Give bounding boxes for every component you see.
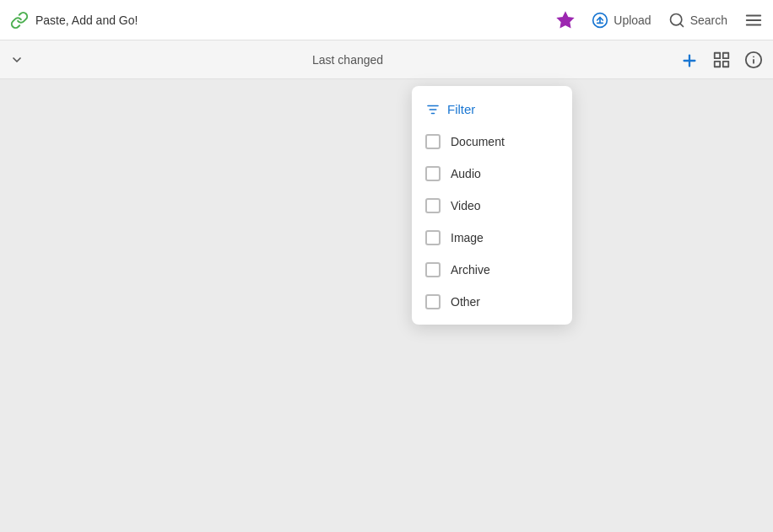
filter-label-video: Video bbox=[451, 199, 481, 212]
toolbar-left: Paste, Add and Go! bbox=[10, 10, 543, 30]
sub-toolbar-right bbox=[680, 49, 763, 71]
checkbox-video[interactable] bbox=[425, 198, 441, 213]
sub-toolbar-left bbox=[10, 52, 24, 67]
main-toolbar: Paste, Add and Go! Upload bbox=[0, 0, 773, 40]
filter-label-image: Image bbox=[451, 231, 484, 245]
toolbar-right: Upload Search bbox=[556, 11, 763, 30]
filter-item-audio[interactable]: Audio bbox=[412, 158, 572, 190]
add-button[interactable] bbox=[680, 49, 699, 71]
svg-rect-14 bbox=[715, 61, 720, 66]
info-icon[interactable] bbox=[744, 51, 763, 69]
last-changed-label: Last changed bbox=[312, 53, 383, 67]
filter-header: Filter bbox=[412, 93, 572, 126]
svg-rect-12 bbox=[723, 52, 728, 57]
filter-label-archive: Archive bbox=[451, 263, 490, 277]
filter-item-other[interactable]: Other bbox=[412, 286, 572, 318]
filter-item-document[interactable]: Document bbox=[412, 126, 572, 158]
filter-item-image[interactable]: Image bbox=[412, 222, 572, 254]
svg-marker-0 bbox=[558, 12, 573, 26]
search-button[interactable]: Search bbox=[668, 12, 727, 29]
upload-icon bbox=[592, 12, 608, 29]
filter-item-video[interactable]: Video bbox=[412, 190, 572, 222]
link-icon bbox=[10, 10, 29, 30]
checkbox-other[interactable] bbox=[425, 294, 441, 309]
filter-item-archive[interactable]: Archive bbox=[412, 254, 572, 286]
checkbox-archive[interactable] bbox=[425, 262, 441, 277]
search-label: Search bbox=[690, 13, 727, 27]
menu-icon[interactable] bbox=[744, 11, 763, 30]
upload-button[interactable]: Upload bbox=[592, 12, 651, 29]
sub-toolbar: Last changed bbox=[0, 40, 773, 79]
checkbox-audio[interactable] bbox=[425, 166, 441, 181]
svg-rect-11 bbox=[715, 52, 720, 57]
filter-label-other: Other bbox=[451, 295, 480, 309]
dropdown-arrow-icon[interactable] bbox=[10, 52, 24, 67]
checkbox-document[interactable] bbox=[425, 134, 441, 149]
filter-panel: Filter Document Audio Video Image Archiv… bbox=[412, 86, 572, 325]
checkbox-image[interactable] bbox=[425, 230, 441, 245]
grid-view-icon[interactable] bbox=[712, 51, 731, 69]
upload-label: Upload bbox=[614, 13, 651, 27]
svg-rect-13 bbox=[723, 61, 728, 66]
main-content: Filter Document Audio Video Image Archiv… bbox=[0, 79, 773, 532]
paste-add-go-button[interactable]: Paste, Add and Go! bbox=[35, 13, 138, 27]
filter-icon bbox=[425, 101, 441, 117]
filter-label-document: Document bbox=[451, 135, 505, 148]
filter-title: Filter bbox=[447, 102, 475, 116]
filter-label-audio: Audio bbox=[451, 167, 481, 180]
star-icon[interactable] bbox=[556, 11, 575, 30]
svg-line-5 bbox=[680, 23, 684, 26]
search-icon bbox=[668, 12, 685, 29]
